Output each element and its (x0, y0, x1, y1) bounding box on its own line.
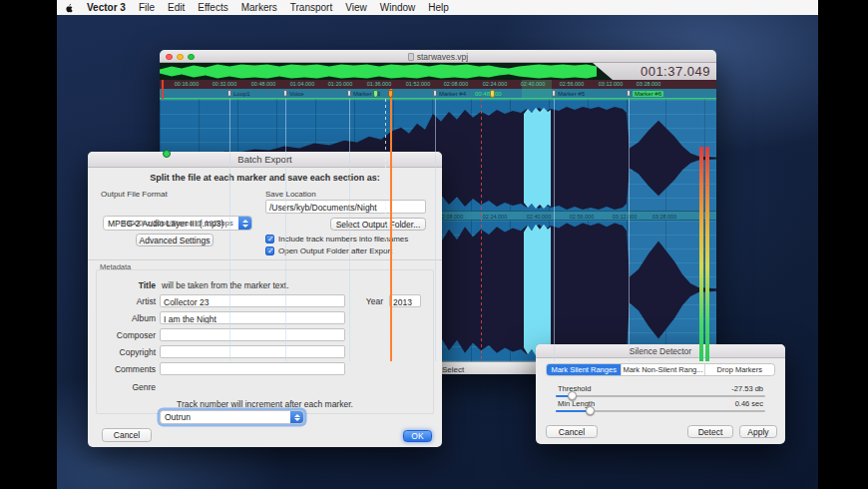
window-title: starwaves.vpj (417, 52, 469, 62)
advanced-settings-button[interactable]: Advanced Settings (136, 234, 214, 246)
marker-flag-icon (227, 90, 231, 97)
track-number-note: Track number will increment after each m… (88, 399, 442, 409)
timecode-display: 001:37.049 (593, 63, 716, 80)
marker-loop1[interactable]: Loop1 (227, 90, 250, 97)
batch-export-dialog: Batch Export Split the file at each mark… (88, 152, 442, 447)
mode-segmented-control: Mark Silent Ranges Mark Non-Silent Rang.… (546, 363, 775, 376)
artist-label: Artist (98, 296, 156, 306)
album-label: Album (98, 313, 156, 323)
include-track-numbers-checkbox[interactable] (265, 235, 274, 244)
ruler-tick: 02:08.000 (444, 81, 468, 87)
menu-bar: Vector 3 File Edit Effects Markers Trans… (57, 0, 818, 15)
main-window-titlebar[interactable]: starwaves.vpj (160, 50, 716, 63)
dialog-title: Silence Detector (630, 346, 691, 356)
ruler-tick: 01:04.000 (290, 81, 314, 87)
marker-line (229, 99, 230, 361)
marker-row[interactable]: Loop1 Voice Marker #3 Marker #4 Marker #… (160, 89, 716, 99)
divider (88, 259, 442, 260)
year-field[interactable]: 2013 (389, 294, 421, 307)
marker-line (349, 99, 350, 361)
open-output-folder-checkbox[interactable] (265, 246, 274, 255)
ruler-tick: 02:56.000 (560, 81, 584, 87)
min-length-slider-thumb[interactable] (586, 406, 595, 415)
title-note: will be taken from the marker text. (162, 280, 289, 290)
genre-select[interactable]: Outrun (160, 410, 304, 424)
menu-transport[interactable]: Transport (290, 2, 332, 13)
composer-field[interactable] (160, 328, 345, 341)
silence-detector-dialog: Silence Detector Mark Silent Ranges Mark… (536, 344, 785, 444)
ruler-tick: 01:20.000 (328, 81, 352, 87)
ruler-tick: 00:16.000 (175, 81, 199, 87)
marker-line (554, 99, 555, 361)
ruler-tick: 00:48.000 (251, 81, 275, 87)
detect-button[interactable]: Detect (687, 425, 733, 438)
year-label: Year (359, 296, 383, 306)
segment-drop-markers[interactable]: Drop Markers (705, 364, 774, 375)
apple-logo-icon (65, 2, 74, 13)
menu-help[interactable]: Help (428, 2, 449, 13)
menu-app-name[interactable]: Vector 3 (87, 2, 126, 13)
batch-export-titlebar[interactable]: Batch Export (88, 152, 442, 168)
marker-6[interactable]: Marker #6 (627, 90, 663, 97)
marker-flag-icon (433, 90, 437, 97)
apple-menu[interactable] (65, 2, 74, 13)
status-text: Select (442, 365, 464, 374)
marker-line (435, 99, 436, 361)
marker-4[interactable]: Marker #4 (433, 90, 466, 97)
save-location-label: Save Location (265, 190, 316, 199)
checkbox-label: Open Output Folder after Export (278, 246, 392, 255)
speaker-icon[interactable] (593, 63, 716, 80)
waveform-overview[interactable]: 001:37.049 (160, 63, 716, 80)
ruler-tick: 01:52.000 (406, 81, 430, 87)
copyright-label: Copyright (98, 347, 156, 357)
checkbox-label: Include track numbers into filenames (278, 235, 408, 244)
marker-flag-icon (552, 90, 556, 97)
menu-markers[interactable]: Markers (241, 2, 277, 13)
menu-edit[interactable]: Edit (168, 2, 185, 13)
artist-field[interactable]: Collector 23 (160, 294, 345, 307)
save-location-field[interactable]: /Users/kyb/Documents/Night (265, 200, 426, 214)
silence-detector-titlebar[interactable]: Silence Detector (536, 344, 785, 358)
playhead[interactable] (390, 89, 392, 361)
ruler-tick: 03:28.000 (637, 81, 660, 87)
copyright-field[interactable] (160, 345, 345, 358)
comments-label: Comments (98, 364, 156, 374)
menu-view[interactable]: View (345, 2, 367, 13)
desktop: Vector 3 File Edit Effects Markers Trans… (57, 0, 818, 489)
comments-field[interactable] (160, 362, 345, 375)
ruler-tick: 01:36.000 (367, 81, 391, 87)
screenshot-canvas: Vector 3 File Edit Effects Markers Trans… (0, 0, 868, 489)
ok-button[interactable]: OK (403, 430, 432, 442)
pin-playhead[interactable] (388, 90, 393, 98)
cancel-button[interactable]: Cancel (546, 425, 598, 438)
loop-point-line (481, 99, 482, 361)
composer-label: Composer (98, 330, 156, 340)
select-output-folder-button[interactable]: Select Output Folder... (330, 218, 426, 231)
menu-window[interactable]: Window (380, 2, 416, 13)
segment-mark-non-silent[interactable]: Mark Non-Silent Rang... (622, 364, 704, 375)
menu-file[interactable]: File (139, 2, 155, 13)
menu-effects[interactable]: Effects (198, 2, 227, 13)
pin-green[interactable] (373, 90, 378, 98)
min-length-slider[interactable] (556, 406, 765, 415)
ruler-tick: 03:28.000 (652, 214, 676, 220)
marker-voice[interactable]: Voice (283, 90, 304, 97)
marker-line (285, 99, 286, 361)
pin-yellow[interactable] (490, 90, 495, 98)
select-arrows-icon (290, 411, 303, 423)
batch-export-subtitle: Split the file at each marker and save e… (88, 173, 442, 183)
marker-5[interactable]: Marker #5 (552, 90, 585, 97)
marker-line (629, 99, 630, 361)
segment-mark-silent[interactable]: Mark Silent Ranges (547, 364, 622, 375)
cancel-button[interactable]: Cancel (102, 428, 152, 442)
ruler-tick: 03:12.000 (613, 214, 637, 220)
ruler-tick: 02:24.000 (483, 81, 507, 87)
time-ruler[interactable]: 00:16.000 00:32.000 00:48.000 01:04.000 … (160, 80, 716, 89)
apply-button[interactable]: Apply (739, 425, 777, 438)
track-record-indicator[interactable] (163, 150, 171, 158)
marker-flag-icon (627, 90, 631, 97)
zero-position-marker (162, 80, 164, 99)
album-field[interactable]: I am the Night (160, 311, 345, 324)
ruler-tick: 03:12.000 (599, 81, 623, 87)
marker-flag-icon (283, 90, 287, 97)
